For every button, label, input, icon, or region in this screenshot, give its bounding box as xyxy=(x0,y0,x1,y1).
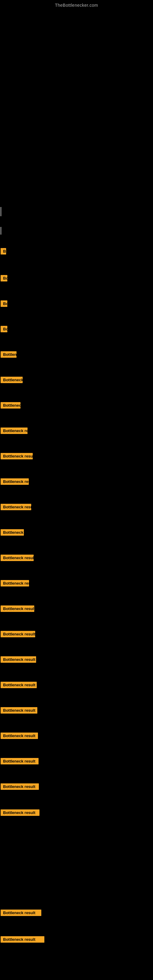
label-bottleneck-result-10: Bottleneck result xyxy=(0,782,153,792)
black-space-25 xyxy=(0,946,153,980)
black-space-5 xyxy=(0,360,153,375)
black-space-7 xyxy=(0,411,153,426)
black-space-10 xyxy=(0,487,153,503)
black-space-23 xyxy=(0,819,153,908)
label-bottleneck-resul: Bottleneck resul xyxy=(0,503,153,513)
site-title-text: TheBottlenecker.com xyxy=(55,3,98,8)
black-space-15 xyxy=(0,614,153,630)
label-bottleneck-result-5: Bottleneck result xyxy=(0,655,153,665)
label-bottleneck-result-2531: Bottleneck result xyxy=(0,908,153,919)
black-space-12 xyxy=(0,538,153,554)
site-title: TheBottlenecker.com xyxy=(0,0,153,8)
black-space-19 xyxy=(0,716,153,731)
label-bottleneck-result-3: Bottleneck result xyxy=(0,604,153,614)
label-bottleneck-result-9: Bottleneck result xyxy=(0,757,153,767)
chart-area xyxy=(0,8,153,201)
black-space-22 xyxy=(0,792,153,808)
label-bottleneck-result-1: Bottleneck result xyxy=(0,452,153,462)
label-bottleneck-result-2: Bottleneck result xyxy=(0,554,153,563)
black-space-1 xyxy=(0,257,153,274)
label-bottleneck-result-2177: Bottleneck result xyxy=(0,808,153,819)
black-space-13 xyxy=(0,563,153,579)
label-bottleneck-result-8: Bottleneck result xyxy=(0,731,153,741)
label-bo-2: Bo xyxy=(0,299,153,309)
black-space-8 xyxy=(0,436,153,452)
label-bottleneck-res-2: Bottleneck res xyxy=(0,477,153,487)
black-space-2 xyxy=(0,284,153,299)
black-space-24 xyxy=(0,919,153,934)
black-space-18 xyxy=(0,690,153,706)
label-bottleneck-result-4: Bottleneck result xyxy=(0,630,153,640)
label-bottleneck-result-6: Bottleneck result xyxy=(0,681,153,690)
black-space-20 xyxy=(0,741,153,757)
black-space-21 xyxy=(0,767,153,782)
indicator-area-2 xyxy=(0,222,153,238)
black-bar-1 xyxy=(0,238,153,247)
label-bottleneck-res-1: Bottleneck res xyxy=(0,426,153,436)
label-bo-1: Bo xyxy=(0,274,153,284)
black-space-3 xyxy=(0,309,153,325)
label-bo-3: Bo xyxy=(0,325,153,335)
page-wrapper: TheBottlenecker.com B Bo Bo Bo Bottlene … xyxy=(0,0,153,980)
label-bottleneck-result-7: Bottleneck result xyxy=(0,706,153,716)
label-bottleneck-res-3: Bottleneck res xyxy=(0,579,153,589)
label-bottleneck-result-2618: Bottleneck result xyxy=(0,934,153,946)
black-space-16 xyxy=(0,640,153,655)
black-space-14 xyxy=(0,589,153,604)
label-bottlene: Bottlene xyxy=(0,350,153,360)
black-space-17 xyxy=(0,665,153,681)
black-space-11 xyxy=(0,513,153,528)
spacer-top xyxy=(0,219,153,222)
black-space-4 xyxy=(0,335,153,350)
black-space-9 xyxy=(0,462,153,477)
label-bottleneck-r: Bottleneck r xyxy=(0,375,153,385)
label-bottleneck-r-2: Bottleneck r xyxy=(0,528,153,538)
black-space-6 xyxy=(0,385,153,401)
label-b: B xyxy=(0,247,153,257)
indicator-area xyxy=(0,201,153,219)
label-bottleneck: Bottleneck xyxy=(0,401,153,411)
